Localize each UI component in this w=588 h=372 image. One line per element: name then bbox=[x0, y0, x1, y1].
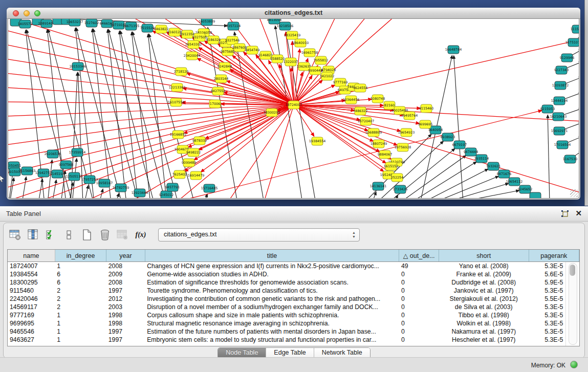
table-cell[interactable]: 1 bbox=[55, 311, 106, 319]
column-header-name[interactable]: name bbox=[8, 250, 55, 262]
citation-edge-red[interactable] bbox=[294, 39, 579, 105]
table-row[interactable]: 977716911998Corpus callosum shape and si… bbox=[8, 311, 579, 319]
graph-node[interactable]: 16107554 bbox=[168, 98, 185, 106]
graph-node[interactable]: 7955812 bbox=[314, 56, 328, 64]
table-cell[interactable]: 1998 bbox=[106, 311, 145, 319]
graph-node[interactable]: 7515526 bbox=[140, 24, 155, 32]
table-row[interactable]: 2242004622012Investigating the contribut… bbox=[8, 295, 579, 303]
graph-node[interactable]: 12444194 bbox=[551, 97, 568, 105]
citation-edge-black[interactable] bbox=[432, 177, 498, 199]
citation-edge-red[interactable] bbox=[177, 111, 541, 199]
scrollbar-track[interactable] bbox=[569, 263, 577, 345]
graph-node[interactable]: 16782759 bbox=[113, 184, 129, 192]
graph-node[interactable]: 2718120 bbox=[174, 68, 188, 76]
network-graph-svg[interactable]: 1405572208914061065323715276026466161107… bbox=[8, 19, 579, 199]
table-row[interactable]: 1938455462009Genome-wide association stu… bbox=[8, 270, 579, 278]
table-row[interactable]: 946362711997Embryonic stem cells: a mode… bbox=[8, 336, 579, 344]
graph-node[interactable]: 8215953 bbox=[540, 105, 555, 113]
table-cell[interactable]: Changes of HCN gene expression and I(f) … bbox=[145, 262, 399, 271]
table-row[interactable]: 1830029562008Estimation of significance … bbox=[8, 278, 579, 287]
graph-node[interactable]: 9129946 bbox=[560, 54, 574, 62]
graph-node[interactable]: 1527602 bbox=[84, 19, 99, 27]
table-cell[interactable]: 0 bbox=[399, 278, 439, 287]
graph-node[interactable]: 10654112 bbox=[506, 178, 523, 186]
graph-node[interactable]: 12093872 bbox=[552, 81, 569, 90]
table-cell[interactable]: Genome-wide association studies in ADHD. bbox=[145, 270, 399, 278]
graph-node[interactable]: 8471676 bbox=[497, 170, 511, 178]
graph-node[interactable]: 10653237 bbox=[67, 19, 83, 26]
graph-node[interactable]: 9227343 bbox=[554, 66, 569, 74]
window-resize-grip[interactable] bbox=[570, 189, 578, 197]
table-cell[interactable]: Franke et al. (2009) bbox=[439, 270, 529, 278]
table-cell[interactable]: 9777169 bbox=[8, 311, 55, 319]
graph-node[interactable]: 1145193 bbox=[50, 170, 64, 178]
table-cell[interactable]: 2 bbox=[55, 303, 106, 311]
graph-node[interactable]: 19166852 bbox=[170, 130, 187, 139]
graph-node[interactable]: 252254 bbox=[391, 173, 403, 182]
graph-node[interactable]: 8427552 bbox=[211, 87, 225, 95]
graph-node[interactable]: 17016504 bbox=[554, 141, 571, 149]
graph-node[interactable] bbox=[530, 192, 541, 199]
graph-node[interactable]: 9115460 bbox=[419, 104, 433, 113]
citation-edge-black[interactable] bbox=[399, 156, 466, 199]
table-row[interactable]: 969969511998Structural magnetic resonanc… bbox=[8, 319, 579, 327]
graph-node[interactable]: 8454749 bbox=[245, 46, 259, 54]
graph-node[interactable]: 2803144 bbox=[214, 75, 228, 83]
table-cell[interactable]: 2009 bbox=[106, 270, 145, 278]
graph-node[interactable]: 9097568 bbox=[59, 161, 73, 169]
table-cell[interactable]: Nakamura et al. (1997) bbox=[439, 327, 529, 336]
graph-node[interactable]: 9878332 bbox=[192, 137, 207, 145]
delete-rows-trash-button[interactable] bbox=[98, 228, 112, 242]
table-cell[interactable]: Jankovic et al. (1997) bbox=[439, 287, 529, 295]
citation-edge-black[interactable] bbox=[568, 137, 579, 142]
table-cell[interactable]: 2012 bbox=[106, 295, 145, 303]
column-header-title[interactable]: title bbox=[145, 250, 399, 262]
graph-node[interactable]: 2935114 bbox=[474, 155, 489, 163]
graph-node[interactable]: 12505135 bbox=[66, 172, 83, 181]
table-cell[interactable]: 0 bbox=[399, 303, 439, 311]
table-cell[interactable]: 0 bbox=[399, 336, 439, 344]
graph-node[interactable]: 1115480 bbox=[571, 25, 579, 33]
column-header-out_de[interactable]: △ out_de... bbox=[399, 250, 439, 262]
graph-node[interactable]: 8938923 bbox=[441, 133, 455, 141]
citation-edge-red[interactable] bbox=[294, 105, 579, 193]
table-cell[interactable]: 9465546 bbox=[8, 327, 55, 336]
citation-edge-black[interactable] bbox=[92, 29, 111, 199]
column-visibility-button[interactable] bbox=[27, 228, 40, 242]
table-cell[interactable]: 0 bbox=[399, 311, 439, 319]
citation-edge-black[interactable] bbox=[564, 108, 579, 115]
table-cell[interactable]: 1 bbox=[55, 319, 106, 327]
close-panel-icon[interactable]: ✕ bbox=[575, 209, 582, 217]
graph-node[interactable]: 9245012 bbox=[159, 191, 173, 199]
citation-edge-black[interactable] bbox=[132, 32, 150, 199]
citation-edge-red[interactable] bbox=[8, 105, 294, 173]
graph-node[interactable]: 18640910 bbox=[292, 39, 309, 47]
citation-edge-black[interactable] bbox=[48, 160, 52, 199]
graph-node[interactable]: 1421022 bbox=[320, 72, 334, 80]
graph-node[interactable]: 20364456 bbox=[343, 96, 360, 104]
graph-node[interactable]: 17957253 bbox=[81, 176, 98, 184]
table-cell[interactable]: 0 bbox=[399, 287, 439, 295]
table-cell[interactable]: Tourette syndrome. Phenomenology and cla… bbox=[145, 287, 399, 295]
graph-node[interactable]: 17359914 bbox=[69, 148, 86, 157]
table-cell[interactable]: 2 bbox=[55, 295, 106, 303]
citation-edge-black[interactable] bbox=[565, 93, 579, 99]
graph-node[interactable]: 15716485 bbox=[201, 184, 218, 192]
graph-node[interactable]: 9884067 bbox=[378, 150, 392, 159]
citation-edge-black[interactable] bbox=[567, 62, 579, 68]
table-cell[interactable]: Investigating the contribution of common… bbox=[145, 295, 399, 303]
column-header-short[interactable]: short bbox=[439, 250, 529, 262]
table-cell[interactable]: 6 bbox=[55, 270, 106, 278]
table-cell[interactable]: Estimation of the future numbers of pati… bbox=[145, 327, 399, 336]
table-cell[interactable]: Hescheler et al. (1997) bbox=[439, 336, 529, 344]
graph-node[interactable]: 9777169 bbox=[333, 78, 347, 86]
graph-node[interactable]: 1615152 bbox=[384, 162, 398, 170]
citation-edge-black[interactable] bbox=[84, 186, 88, 199]
table-cell[interactable]: 6 bbox=[55, 278, 106, 287]
graph-node[interactable]: 7932621 bbox=[486, 162, 500, 170]
citation-edge-black[interactable] bbox=[548, 115, 550, 199]
graph-node[interactable]: 1405572 bbox=[18, 20, 32, 28]
table-cell[interactable]: 2008 bbox=[106, 262, 145, 271]
graph-node[interactable]: 15751074 bbox=[565, 38, 579, 47]
citation-edge-black[interactable] bbox=[454, 56, 463, 199]
